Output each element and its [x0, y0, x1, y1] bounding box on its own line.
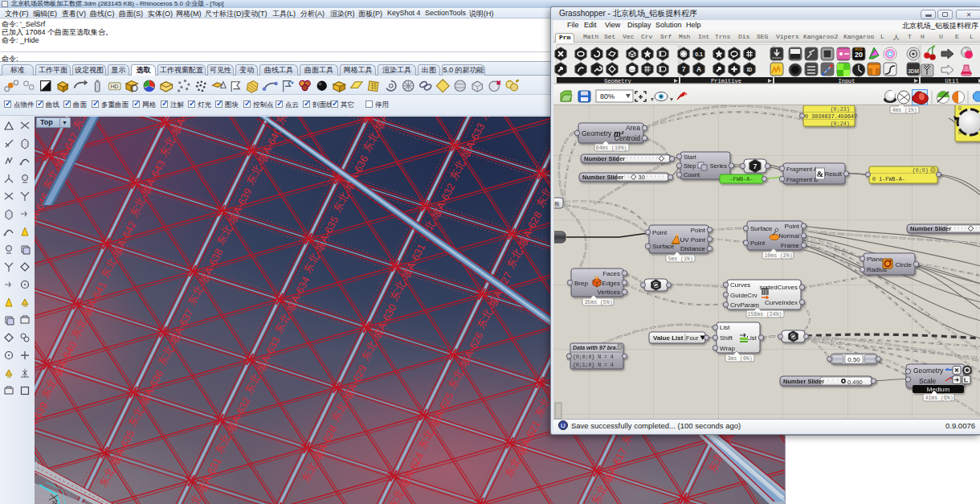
svg-text:20: 20 [855, 51, 863, 59]
svg-text:Number Slider: Number Slider [582, 174, 623, 181]
svg-text:Number Slider: Number Slider [783, 378, 824, 385]
svg-text:Step: Step [684, 162, 696, 170]
svg-text:0.490: 0.490 [847, 379, 863, 386]
svg-text:Geometry: Geometry [582, 129, 612, 137]
svg-text:U: U [561, 422, 566, 429]
svg-text:Shift: Shift [720, 334, 733, 342]
svg-text:Point: Point [652, 229, 668, 236]
svg-text:{0;24}: {0;24} [831, 121, 850, 127]
svg-text:Brep: Brep [574, 280, 588, 287]
svg-text:{0;23}: {0;23} [831, 106, 850, 113]
svg-text:HD: HD [111, 84, 119, 89]
svg-text:Medium: Medium [927, 386, 950, 393]
svg-text:Util: Util [945, 78, 959, 84]
svg-text:ID: ID [747, 67, 753, 72]
svg-text:Curves: Curves [730, 281, 750, 289]
svg-text:Four: Four [686, 334, 699, 342]
svg-text:Edges: Edges [602, 280, 620, 287]
svg-text:Start: Start [684, 154, 697, 161]
svg-text:Value List: Value List [653, 334, 684, 342]
svg-text:UV Point: UV Point [680, 236, 705, 244]
svg-text:35ms (5%): 35ms (5%) [584, 300, 612, 305]
svg-text:0: 0 [958, 106, 962, 112]
svg-text:Geometry: Geometry [913, 367, 944, 375]
svg-text:Point: Point [785, 223, 800, 230]
svg-text:80%: 80% [600, 92, 615, 100]
svg-text:Result: Result [825, 170, 843, 178]
svg-text:Wrap: Wrap [720, 345, 736, 352]
svg-text:Frame: Frame [781, 242, 800, 249]
svg-text:3DM: 3DM [908, 68, 919, 74]
svg-text:7: 7 [682, 65, 686, 73]
svg-text:{0;0}: {0;0} [913, 167, 929, 174]
svg-text:{0;1;0} N = 4: {0;1;0} N = 4 [573, 363, 614, 368]
svg-text:Primitive: Primitive [711, 78, 741, 84]
svg-text:CrvParam: CrvParam [730, 301, 759, 309]
svg-text:Faces: Faces [602, 270, 620, 277]
svg-text:Vertices: Vertices [598, 289, 620, 296]
svg-text:Fragment A: Fragment A [786, 166, 818, 173]
svg-text:List: List [747, 334, 757, 342]
svg-text:Area: Area [626, 124, 640, 132]
svg-text:Normal: Normal [778, 232, 799, 240]
svg-text:板: 板 [554, 201, 560, 207]
svg-text:m²: m² [614, 129, 624, 138]
svg-text:AUG: AUG [855, 47, 863, 51]
svg-text:CurveIndex: CurveIndex [765, 299, 798, 306]
svg-text:Data with 97 bra...: Data with 97 bra... [573, 345, 621, 350]
svg-text:Input: Input [838, 78, 855, 84]
svg-text:{0;0;0} N = 4: {0;0;0} N = 4 [573, 354, 614, 360]
svg-text:Number Slider: Number Slider [910, 225, 951, 232]
svg-text:156ms (24%): 156ms (24%) [748, 312, 782, 318]
svg-text:Surface: Surface [652, 243, 675, 250]
svg-text:0 3030837.459647: 0 3030837.459647 [805, 113, 857, 120]
svg-text:A: A [696, 65, 701, 73]
svg-text:Distance: Distance [680, 245, 706, 252]
svg-text:Plane: Plane [867, 256, 884, 263]
svg-text:0.1: 0.1 [695, 51, 703, 57]
svg-text:xz: xz [52, 499, 58, 504]
svg-text:3ms (0%): 3ms (0%) [727, 356, 752, 362]
svg-text:41ms (6%): 41ms (6%) [925, 395, 953, 401]
svg-text:Series: Series [710, 162, 728, 170]
svg-text:Point: Point [750, 240, 766, 247]
svg-text:Point: Point [691, 227, 706, 234]
svg-text:10ms (2%): 10ms (2%) [764, 253, 792, 259]
svg-text:Scale: Scale [919, 377, 937, 385]
svg-text:4ms (1%): 4ms (1%) [892, 108, 917, 113]
svg-text:7: 7 [753, 162, 757, 170]
svg-text:sortedCurves: sortedCurves [759, 284, 798, 291]
svg-text:List: List [720, 324, 730, 331]
svg-text:Count: Count [684, 171, 700, 178]
svg-text:Circle: Circle [896, 261, 913, 268]
svg-text:0.50: 0.50 [847, 356, 860, 363]
svg-text:Fragment B: Fragment B [786, 176, 818, 183]
svg-text:GuideCrv: GuideCrv [730, 292, 757, 299]
svg-text:5ms (1%): 5ms (1%) [668, 256, 692, 262]
svg-text:-FWB-A-: -FWB-A- [729, 176, 753, 182]
svg-text:&: & [817, 170, 823, 178]
svg-text:Number Slider: Number Slider [584, 155, 625, 162]
svg-text:Surface: Surface [750, 225, 773, 232]
svg-text:30: 30 [639, 174, 645, 181]
svg-text:64ms (10%): 64ms (10%) [595, 145, 627, 151]
svg-text:Geometry: Geometry [604, 78, 631, 84]
svg-text:0 1-FWB-A-: 0 1-FWB-A- [872, 176, 905, 182]
